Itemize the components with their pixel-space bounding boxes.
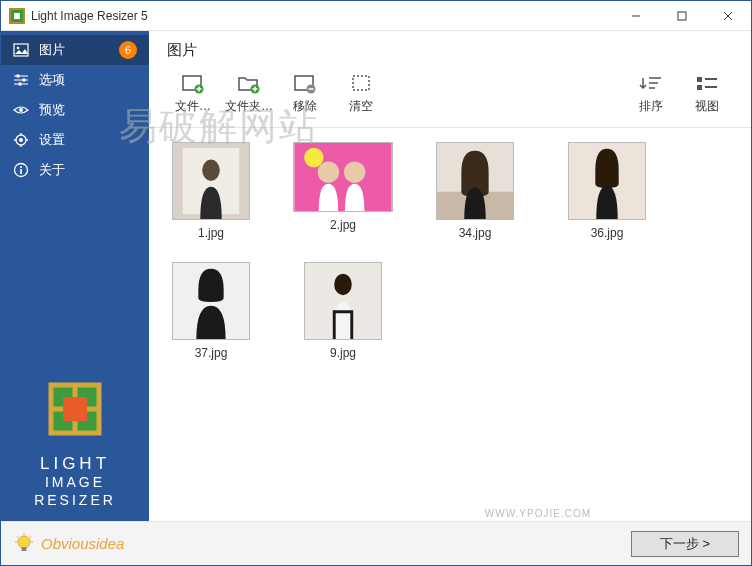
sidebar-item-settings[interactable]: 设置 bbox=[1, 125, 149, 155]
add-folder-button[interactable]: 文件夹… bbox=[221, 72, 277, 117]
thumbnail-image bbox=[172, 262, 250, 340]
thumbnail-grid: 1.jpg 2.jpg 34.jpg 36.jpg 37.jpg bbox=[149, 128, 751, 521]
app-icon bbox=[9, 8, 25, 24]
thumbnail-label: 9.jpg bbox=[330, 346, 356, 360]
svg-point-41 bbox=[202, 160, 220, 181]
svg-point-11 bbox=[22, 78, 26, 82]
sidebar-item-label: 关于 bbox=[39, 161, 137, 179]
footer-brand: Obviousidea bbox=[13, 533, 631, 555]
sidebar-badge: 6 bbox=[119, 41, 137, 59]
page-title: 图片 bbox=[149, 31, 751, 66]
close-button[interactable] bbox=[705, 1, 751, 31]
svg-point-43 bbox=[304, 148, 323, 167]
thumbnail-label: 36.jpg bbox=[591, 226, 624, 240]
titlebar: Light Image Resizer 5 bbox=[1, 1, 751, 31]
svg-point-9 bbox=[16, 74, 20, 78]
thumbnail-label: 2.jpg bbox=[330, 218, 356, 232]
tool-label: 文件… bbox=[175, 98, 211, 115]
svg-rect-23 bbox=[20, 169, 22, 174]
minimize-button[interactable] bbox=[613, 1, 659, 31]
thumbnail-image bbox=[172, 142, 250, 220]
svg-point-22 bbox=[20, 166, 22, 168]
gear-icon bbox=[13, 132, 29, 148]
app-window: Light Image Resizer 5 图片 6 选项 预览 bbox=[0, 0, 752, 566]
window-body: 图片 6 选项 预览 设置 关于 bbox=[1, 31, 751, 521]
brand-text: LIGHT IMAGE RESIZER bbox=[34, 453, 116, 509]
sidebar-items: 图片 6 选项 预览 设置 关于 bbox=[1, 31, 149, 185]
thumbnail-item[interactable]: 34.jpg bbox=[425, 142, 525, 240]
tool-label: 清空 bbox=[349, 98, 373, 115]
svg-rect-3 bbox=[678, 12, 686, 20]
bulb-icon bbox=[13, 533, 35, 555]
sidebar-item-about[interactable]: 关于 bbox=[1, 155, 149, 185]
tool-label: 排序 bbox=[639, 98, 663, 115]
window-title: Light Image Resizer 5 bbox=[31, 9, 613, 23]
images-icon bbox=[13, 42, 29, 58]
view-icon bbox=[695, 74, 719, 94]
sort-icon bbox=[639, 74, 663, 94]
tool-label: 文件夹… bbox=[225, 98, 273, 115]
thumbnail-label: 37.jpg bbox=[195, 346, 228, 360]
clear-button[interactable]: 清空 bbox=[333, 72, 389, 117]
sidebar-item-label: 预览 bbox=[39, 101, 137, 119]
sidebar-item-images[interactable]: 图片 6 bbox=[1, 35, 149, 65]
toolbar: 文件… 文件夹… 移除 清空 排序 bbox=[149, 66, 751, 128]
thumbnail-image bbox=[436, 142, 514, 220]
brand-area: LIGHT IMAGE RESIZER bbox=[1, 367, 149, 521]
svg-point-14 bbox=[19, 108, 23, 112]
thumbnail-image bbox=[293, 142, 393, 212]
next-button[interactable]: 下一步 > bbox=[631, 531, 739, 557]
view-button[interactable]: 视图 bbox=[679, 72, 735, 117]
info-icon bbox=[13, 162, 29, 178]
thumbnail-image bbox=[568, 142, 646, 220]
add-file-button[interactable]: 文件… bbox=[165, 72, 221, 117]
svg-point-16 bbox=[19, 138, 23, 142]
svg-point-45 bbox=[344, 161, 365, 182]
thumbnail-item[interactable]: 1.jpg bbox=[161, 142, 261, 240]
svg-rect-1 bbox=[14, 13, 20, 19]
thumbnail-image bbox=[304, 262, 382, 340]
sidebar-item-label: 图片 bbox=[39, 41, 109, 59]
svg-point-44 bbox=[318, 161, 339, 182]
main-panel: 图片 文件… 文件夹… 移除 清空 bbox=[149, 31, 751, 521]
svg-rect-25 bbox=[63, 397, 87, 421]
svg-rect-31 bbox=[353, 76, 369, 90]
svg-point-55 bbox=[18, 536, 30, 548]
brand-logo-icon bbox=[45, 379, 105, 439]
svg-line-60 bbox=[17, 536, 19, 538]
sort-button[interactable]: 排序 bbox=[623, 72, 679, 117]
svg-point-54 bbox=[334, 274, 352, 295]
svg-point-7 bbox=[17, 47, 20, 50]
thumbnail-item[interactable]: 9.jpg bbox=[293, 262, 393, 360]
sidebar-item-options[interactable]: 选项 bbox=[1, 65, 149, 95]
clear-icon bbox=[349, 74, 373, 94]
thumbnail-item[interactable]: 2.jpg bbox=[293, 142, 393, 240]
thumbnail-label: 34.jpg bbox=[459, 226, 492, 240]
sidebar-item-preview[interactable]: 预览 bbox=[1, 95, 149, 125]
sidebar: 图片 6 选项 预览 设置 关于 bbox=[1, 31, 149, 521]
svg-rect-56 bbox=[22, 547, 27, 551]
tool-label: 移除 bbox=[293, 98, 317, 115]
tool-label: 视图 bbox=[695, 98, 719, 115]
svg-point-13 bbox=[18, 82, 22, 86]
svg-rect-36 bbox=[697, 85, 702, 90]
window-controls bbox=[613, 1, 751, 31]
eye-icon bbox=[13, 102, 29, 118]
svg-rect-6 bbox=[14, 44, 28, 56]
svg-line-61 bbox=[30, 536, 32, 538]
remove-button[interactable]: 移除 bbox=[277, 72, 333, 117]
svg-rect-35 bbox=[697, 77, 702, 82]
maximize-button[interactable] bbox=[659, 1, 705, 31]
file-add-icon bbox=[181, 74, 205, 94]
thumbnail-label: 1.jpg bbox=[198, 226, 224, 240]
sidebar-item-label: 选项 bbox=[39, 71, 137, 89]
sliders-icon bbox=[13, 72, 29, 88]
remove-icon bbox=[293, 74, 317, 94]
watermark-url: WWW.YPOJIE.COM bbox=[485, 508, 591, 519]
sidebar-item-label: 设置 bbox=[39, 131, 137, 149]
footer-brand-text: Obviousidea bbox=[41, 535, 124, 552]
thumbnail-item[interactable]: 36.jpg bbox=[557, 142, 657, 240]
footer: Obviousidea 下一步 > bbox=[1, 521, 751, 565]
folder-add-icon bbox=[237, 74, 261, 94]
thumbnail-item[interactable]: 37.jpg bbox=[161, 262, 261, 360]
